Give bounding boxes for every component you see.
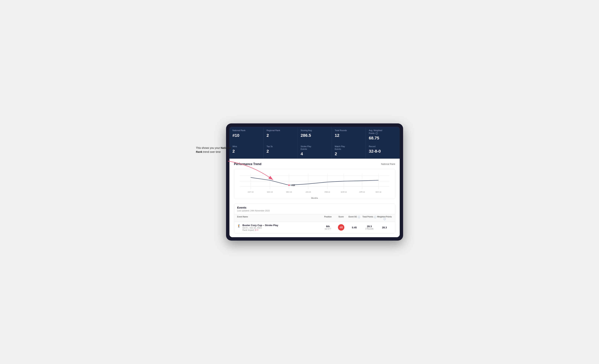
event-golf-icon: 🏌 <box>237 224 241 228</box>
info-icon-weighted-points[interactable]: i <box>384 218 386 220</box>
event-rank-impact: Rank Impact: 3 ▼ <box>242 229 278 231</box>
tablet-screen: National Rank #10 Regional Rank 2 Scorin… <box>229 127 400 237</box>
annotation-after: trend over time <box>202 150 220 153</box>
event-sg-value: 0.45 <box>347 226 362 229</box>
stat-value-national-rank: #10 <box>232 133 260 138</box>
rank-impact-value: 3 <box>255 229 256 231</box>
stat-avg-weighted: Avg. Weighted Points i 68.75 <box>366 127 400 143</box>
performance-trend-axis-label: National Rank <box>381 163 395 165</box>
rank-impact-direction: ▼ <box>257 229 259 231</box>
stat-national-rank: National Rank #10 <box>229 127 263 143</box>
total-points-cell: 28.3 3 Rounds <box>362 225 377 230</box>
stat-value-total-rounds: 12 <box>335 133 363 138</box>
weighted-points-cell: 28.3 <box>377 226 392 229</box>
annotation-before: This shows you your <box>196 146 221 149</box>
stat-value-match-play: 2 <box>335 151 363 156</box>
col-header-event-sg: Event SG i <box>347 216 362 220</box>
info-icon-total-points[interactable]: i <box>374 216 376 218</box>
stat-value-regional-rank: 2 <box>266 133 294 138</box>
events-section: Events Last updated: 24th November 2023 … <box>234 204 395 233</box>
event-details: Buster Cozy Cup – Stroke Play Oct 9 – Oc… <box>242 224 278 231</box>
events-table-header: Event Name Position Score Event SG i Tot… <box>234 214 395 222</box>
svg-text:MAR 24: MAR 24 <box>341 191 347 193</box>
table-row: 🏌 Buster Cozy Cup – Stroke Play Oct 9 – … <box>234 222 395 233</box>
svg-text:NOV 23: NOV 23 <box>267 191 273 193</box>
col-header-score: Score <box>335 216 347 220</box>
col-header-event-name: Event Name <box>237 216 320 220</box>
stat-label-top3s: Top 3s <box>266 145 294 148</box>
svg-text:JAN 24: JAN 24 <box>306 191 311 193</box>
svg-text:MAY 24: MAY 24 <box>376 191 381 193</box>
info-icon-event-sg[interactable]: i <box>358 216 360 218</box>
stat-label-scoring-avg: Scoring Avg. <box>301 129 328 132</box>
event-date: Oct 9 – Oct 10, 2023 <box>242 227 278 229</box>
events-header: Events Last updated: 24th November 2023 <box>234 204 395 214</box>
weighted-points-value: 28.3 <box>377 226 392 229</box>
stat-regional-rank: Regional Rank 2 <box>264 127 297 143</box>
performance-trend-chart: #10 OCT 23 NOV 23 DEC 23 JAN 24 FEB 24 M… <box>234 169 395 199</box>
stat-label-wins: Wins <box>232 145 260 148</box>
stat-label-national-rank: National Rank <box>232 129 260 132</box>
stat-label-record: Record <box>369 145 397 148</box>
event-name-col: 🏌 Buster Cozy Cup – Stroke Play Oct 9 – … <box>237 224 320 231</box>
chart-data-point <box>288 184 290 186</box>
svg-text:OCT 23: OCT 23 <box>248 191 254 193</box>
event-sg-cell: 0.45 <box>347 226 362 229</box>
stat-match-play: Match Play Events 2 <box>332 143 366 159</box>
performance-trend-header: Performance Trend National Rank <box>234 162 395 166</box>
svg-text:APR 24: APR 24 <box>359 191 365 193</box>
stat-total-rounds: Total Rounds 12 <box>332 127 366 143</box>
svg-text:DEC 23: DEC 23 <box>286 191 292 193</box>
chart-x-axis-label: Months <box>237 197 392 199</box>
svg-text:#10: #10 <box>291 184 295 186</box>
position-cell: 6th out of 7 <box>320 225 335 230</box>
col-header-weighted-points: Weighted Points i <box>377 216 392 220</box>
total-points-value: 28.3 <box>362 225 377 228</box>
col-header-total-points: Total Points i <box>362 216 377 220</box>
total-points-sub: 3 Rounds <box>362 228 377 230</box>
content-area: Performance Trend National Rank <box>229 159 400 237</box>
stat-label-stroke-play: Stroke Play Events <box>301 145 328 151</box>
events-title: Events <box>237 206 392 209</box>
events-last-updated: Last updated: 24th November 2023 <box>237 210 392 212</box>
annotation-text: This shows you your National Rank trend … <box>196 146 234 154</box>
stats-row-1: National Rank #10 Regional Rank 2 Scorin… <box>229 127 400 143</box>
stat-stroke-play: Stroke Play Events 4 <box>298 143 332 159</box>
stat-value-wins: 2 <box>232 149 260 154</box>
chart-svg: #10 OCT 23 NOV 23 DEC 23 JAN 24 FEB 24 M… <box>237 172 392 196</box>
tablet-frame: National Rank #10 Regional Rank 2 Scorin… <box>226 124 403 240</box>
stat-top3s: Top 3s 2 <box>264 143 297 159</box>
performance-trend-title: Performance Trend <box>234 162 261 166</box>
score-badge: -22 <box>338 224 344 231</box>
stat-label-regional-rank: Regional Rank <box>266 129 294 132</box>
position-sub: out of 7 <box>320 228 335 230</box>
stat-value-top3s: 2 <box>266 149 294 154</box>
stat-value-stroke-play: 4 <box>301 151 328 156</box>
info-icon-avg-weighted[interactable]: i <box>376 132 378 134</box>
page-wrapper: This shows you your National Rank trend … <box>196 124 403 240</box>
position-value: 6th <box>320 225 335 228</box>
stat-label-avg-weighted: Avg. Weighted Points i <box>369 129 397 134</box>
stat-scoring-avg: Scoring Avg. 286.5 <box>298 127 332 143</box>
stat-record: Record 32-8-0 <box>366 143 400 159</box>
stat-label-match-play: Match Play Events <box>335 145 363 151</box>
stat-value-avg-weighted: 68.75 <box>369 136 397 141</box>
stat-label-total-rounds: Total Rounds <box>335 129 363 132</box>
stat-value-record: 32-8-0 <box>369 149 397 154</box>
score-cell: -22 <box>335 224 347 231</box>
stats-row-2: Wins 2 Top 3s 2 Stroke Play Events 4 <box>229 143 400 159</box>
event-name: Buster Cozy Cup – Stroke Play <box>242 224 278 227</box>
stat-value-scoring-avg: 286.5 <box>301 133 328 138</box>
svg-text:FEB 24: FEB 24 <box>325 191 330 193</box>
col-header-position: Position <box>320 216 335 220</box>
stat-wins: Wins 2 <box>229 143 263 159</box>
